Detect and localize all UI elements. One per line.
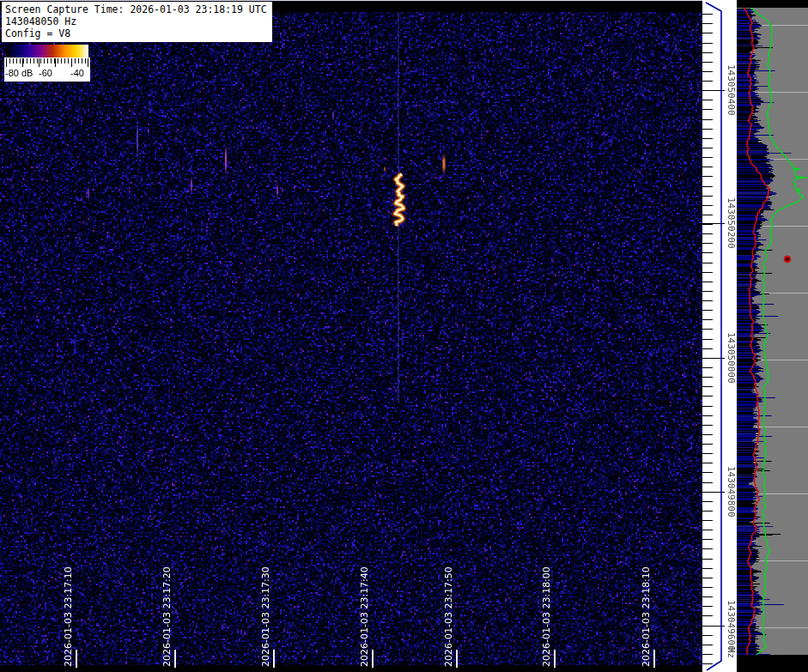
time-axis-label: 2026-01-03 23:18:00 bbox=[541, 566, 552, 667]
frequency-axis-label: 143050200 bbox=[726, 197, 737, 249]
time-axis-label: 2026-01-03 23:17:20 bbox=[161, 566, 173, 667]
spectrum-graph-panel[interactable] bbox=[737, 0, 808, 672]
time-axis-label: 2026-01-03 23:17:50 bbox=[443, 566, 454, 667]
db-scale-label: -60 bbox=[39, 68, 52, 78]
db-scale: -80 dB-60-40 bbox=[4, 58, 90, 82]
frequency-axis-label: 143050400 bbox=[726, 64, 737, 116]
frequency-axis-label: 143050000 bbox=[726, 332, 737, 384]
frequency-axis-unit: Hz bbox=[726, 647, 737, 658]
db-scale-ticks bbox=[6, 58, 88, 67]
db-scale-label: -80 dB bbox=[5, 68, 33, 78]
time-axis-label: 2026-01-03 23:17:10 bbox=[63, 566, 74, 667]
color-gradient-bar bbox=[6, 45, 88, 58]
config-text: Config = V8 bbox=[5, 27, 267, 39]
frequency-axis-label: 143049600 bbox=[726, 600, 737, 651]
time-axis-label: 2026-01-03 23:17:30 bbox=[260, 566, 271, 667]
capture-info-box: Screen Capture Time: 2026-01-03 23:18:19… bbox=[2, 2, 272, 42]
frequency-axis-label: 143049800 bbox=[726, 466, 737, 518]
time-axis-label: 2026-01-03 23:18:10 bbox=[641, 566, 652, 667]
time-axis-label: 2026-01-03 23:17:40 bbox=[359, 566, 370, 667]
color-scale-legend: -80 dB-60-40 bbox=[4, 45, 90, 82]
capture-time-text: Screen Capture Time: 2026-01-03 23:18:19… bbox=[5, 3, 267, 15]
waterfall-display[interactable] bbox=[0, 0, 702, 672]
db-scale-label: -40 bbox=[70, 68, 84, 78]
center-frequency-text: 143048050 Hz bbox=[5, 15, 267, 27]
spectrum-lab-window: Screen Capture Time: 2026-01-03 23:18:19… bbox=[0, 0, 808, 672]
